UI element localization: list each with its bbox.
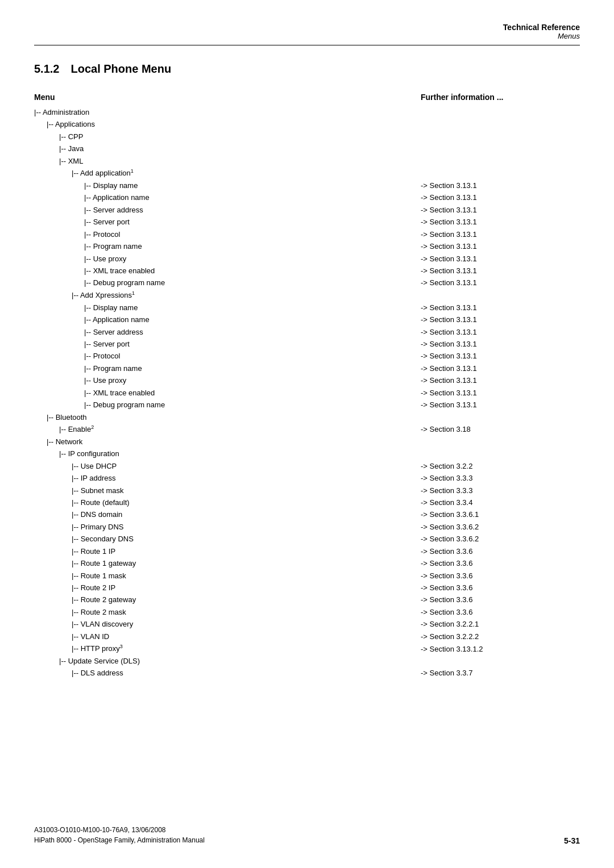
menu-item-text: |-- HTTP proxy3 — [34, 642, 421, 655]
menu-item-ref: -> Section 3.13.1 — [421, 216, 580, 228]
section-title: 5.1.2Local Phone Menu — [34, 62, 580, 76]
list-item: |-- Debug program name-> Section 3.13.1 — [34, 399, 580, 411]
list-item: |-- CPP — [34, 131, 580, 143]
list-item: |-- Secondary DNS-> Section 3.3.6.2 — [34, 533, 580, 545]
list-item: |-- Route 2 mask-> Section 3.3.6 — [34, 606, 580, 618]
list-item: |-- Application name-> Section 3.13.1 — [34, 314, 580, 326]
menu-item-text: |-- VLAN ID — [34, 631, 421, 642]
menu-item-ref: -> Section 3.13.1 — [421, 253, 580, 265]
menu-item-text: |-- XML — [34, 155, 421, 167]
menu-item-text: |-- Server address — [34, 204, 421, 216]
menu-item-text: |-- Add application1 — [34, 167, 421, 180]
menu-item-text: |-- Network — [34, 436, 421, 448]
menu-item-ref: -> Section 3.13.1 — [421, 338, 580, 350]
info-column-header: Further information ... — [421, 93, 580, 102]
page-footer: A31003-O1010-M100-10-76A9, 13/06/2008 Hi… — [34, 825, 580, 845]
menu-item-text: |-- Display name — [34, 180, 421, 191]
list-item: |-- Program name-> Section 3.13.1 — [34, 362, 580, 374]
list-item: |-- Server address-> Section 3.13.1 — [34, 204, 580, 216]
menu-item-text: |-- Route 1 mask — [34, 570, 421, 582]
list-item: |-- Subnet mask-> Section 3.3.3 — [34, 485, 580, 496]
menu-item-text: |-- Application name — [34, 191, 421, 203]
menu-item-text: |-- Use proxy — [34, 253, 421, 265]
menu-item-ref: -> Section 3.13.1 — [421, 277, 580, 289]
menu-item-text: |-- Subnet mask — [34, 485, 421, 496]
menu-item-text: |-- DLS address — [34, 667, 421, 679]
list-item: |-- Debug program name-> Section 3.13.1 — [34, 277, 580, 289]
menu-item-ref: -> Section 3.3.4 — [421, 496, 580, 508]
menu-item-ref: -> Section 3.13.1 — [421, 204, 580, 216]
footer-doc-id: A31003-O1010-M100-10-76A9, 13/06/2008 — [34, 825, 205, 835]
list-item: |-- Use proxy-> Section 3.13.1 — [34, 253, 580, 265]
menu-item-ref: -> Section 3.13.1 — [421, 387, 580, 399]
menu-item-ref: -> Section 3.13.1 — [421, 399, 580, 411]
menu-item-ref: -> Section 3.13.1 — [421, 265, 580, 277]
list-item: |-- XML — [34, 155, 580, 167]
menu-item-text: |-- XML trace enabled — [34, 265, 421, 277]
list-item: |-- Server address-> Section 3.13.1 — [34, 326, 580, 338]
menu-item-text: |-- Route 2 gateway — [34, 594, 421, 606]
list-item: |-- Application name-> Section 3.13.1 — [34, 191, 580, 203]
menu-item-ref: -> Section 3.3.3 — [421, 485, 580, 496]
menu-item-ref: -> Section 3.2.2.1 — [421, 618, 580, 630]
list-item: |-- Server port-> Section 3.13.1 — [34, 338, 580, 350]
list-item: |-- VLAN ID-> Section 3.2.2.2 — [34, 631, 580, 642]
menu-item-ref: -> Section 3.2.2 — [421, 460, 580, 472]
menu-item-text: |-- Protocol — [34, 350, 421, 362]
list-item: |-- HTTP proxy3-> Section 3.13.1.2 — [34, 642, 580, 655]
list-item: |-- Program name-> Section 3.13.1 — [34, 240, 580, 252]
list-item: |-- Bluetooth — [34, 411, 580, 423]
menu-item-ref: -> Section 3.13.1 — [421, 326, 580, 338]
menu-item-text: |-- Use proxy — [34, 374, 421, 386]
menu-item-ref: -> Section 3.3.7 — [421, 667, 580, 679]
list-item: |-- Display name-> Section 3.13.1 — [34, 180, 580, 191]
list-item: |-- IP configuration — [34, 448, 580, 460]
menu-item-ref: -> Section 3.3.3 — [421, 472, 580, 484]
menu-item-text: |-- XML trace enabled — [34, 387, 421, 399]
menu-item-text: |-- Server port — [34, 216, 421, 228]
menu-item-text: |-- IP configuration — [34, 448, 421, 460]
menu-item-ref: -> Section 3.3.6 — [421, 582, 580, 594]
list-item: |-- Applications — [34, 118, 580, 130]
menu-item-text: |-- Program name — [34, 240, 421, 252]
menu-item-text: |-- Route 2 mask — [34, 606, 421, 618]
menu-item-ref: -> Section 3.13.1 — [421, 191, 580, 203]
menu-item-text: |-- VLAN discovery — [34, 618, 421, 630]
menu-item-ref: -> Section 3.13.1 — [421, 374, 580, 386]
list-item: |-- Display name-> Section 3.13.1 — [34, 302, 580, 314]
list-item: |-- Administration — [34, 106, 580, 118]
section-heading: Local Phone Menu — [70, 62, 171, 75]
menu-item-text: |-- Route 1 gateway — [34, 557, 421, 569]
menu-item-text: |-- Secondary DNS — [34, 533, 421, 545]
menu-column-header: Menu — [34, 93, 421, 102]
header-subtitle: Menus — [34, 32, 580, 40]
list-item: |-- XML trace enabled-> Section 3.13.1 — [34, 265, 580, 277]
list-item: |-- XML trace enabled-> Section 3.13.1 — [34, 387, 580, 399]
menu-item-ref: -> Section 3.13.1 — [421, 350, 580, 362]
list-item: |-- Use DHCP-> Section 3.2.2 — [34, 460, 580, 472]
menu-item-text: |-- Enable2 — [34, 423, 421, 436]
menu-item-text: |-- Administration — [34, 106, 421, 118]
menu-item-ref: -> Section 3.13.1 — [421, 228, 580, 240]
menu-item-text: |-- Bluetooth — [34, 411, 421, 423]
menu-item-text: |-- Server port — [34, 338, 421, 350]
list-item: |-- Add Xpressions1 — [34, 289, 580, 302]
menu-item-ref: -> Section 3.3.6 — [421, 570, 580, 582]
menu-item-text: |-- Server address — [34, 326, 421, 338]
menu-item-ref: -> Section 3.2.2.2 — [421, 631, 580, 642]
list-item: |-- Server port-> Section 3.13.1 — [34, 216, 580, 228]
menu-item-ref: -> Section 3.13.1 — [421, 314, 580, 326]
footer-left: A31003-O1010-M100-10-76A9, 13/06/2008 Hi… — [34, 825, 205, 845]
menu-item-ref: -> Section 3.13.1 — [421, 180, 580, 191]
menu-item-ref: -> Section 3.13.1 — [421, 362, 580, 374]
menu-item-ref: -> Section 3.3.6 — [421, 606, 580, 618]
menu-item-text: |-- Debug program name — [34, 399, 421, 411]
footer-doc-title: HiPath 8000 - OpenStage Family, Administ… — [34, 835, 205, 845]
list-item: |-- Protocol-> Section 3.13.1 — [34, 350, 580, 362]
menu-item-text: |-- Route 1 IP — [34, 545, 421, 557]
page-container: Technical Reference Menus 5.1.2Local Pho… — [0, 0, 614, 868]
menu-item-ref: -> Section 3.3.6.1 — [421, 508, 580, 520]
menu-item-text: |-- Debug program name — [34, 277, 421, 289]
list-item: |-- Route 1 gateway-> Section 3.3.6 — [34, 557, 580, 569]
section-number: 5.1.2 — [34, 62, 59, 75]
